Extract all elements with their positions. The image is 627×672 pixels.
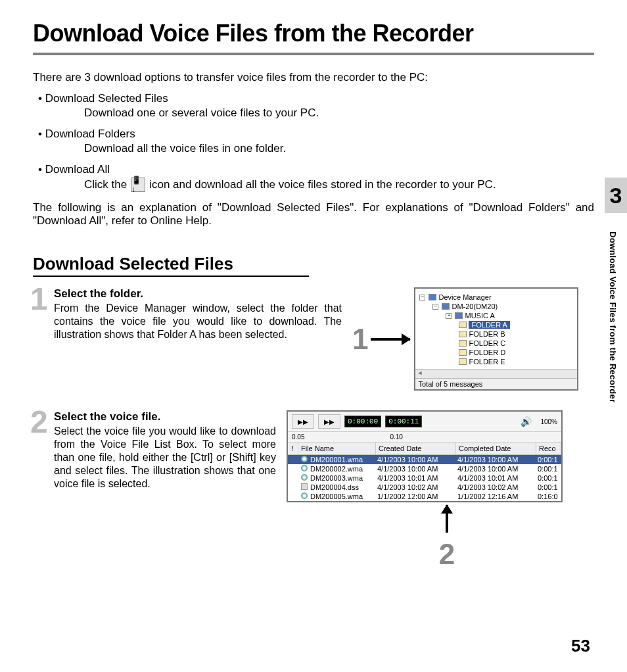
wma-file-icon — [300, 456, 309, 464]
cell-priority — [288, 492, 298, 500]
tree-item-folder-c[interactable]: FOLDER C — [457, 339, 574, 348]
section-title: Download Selected Files — [33, 254, 309, 277]
cell-rectime: 0:00:1 — [538, 483, 561, 491]
speaker-icon[interactable] — [521, 416, 538, 427]
volume-label: 100% — [540, 418, 557, 425]
tree-root[interactable]: − Device Manager — [418, 293, 574, 302]
wma-file-icon — [300, 465, 309, 473]
step-2-body: Select the voice file you would like to … — [54, 425, 276, 491]
folder-icon — [459, 349, 467, 356]
cell-created: 4/1/2003 10:00 AM — [377, 465, 457, 473]
file-list-body: DM200001.wma4/1/2003 10:00 AM4/1/2003 10… — [288, 455, 561, 501]
rewind-button[interactable]: ▶▶ — [292, 414, 314, 429]
option-all: Download All Click the 📱↓ icon and downl… — [38, 163, 594, 192]
cell-filename: DM200004.dss — [310, 483, 377, 491]
tree-device[interactable]: − DM-20(DM20) — [431, 302, 574, 311]
download-all-icon: 📱↓ — [131, 178, 145, 192]
folder-icon — [459, 322, 467, 328]
cell-filename: DM200005.wma — [310, 492, 377, 500]
tree-item-music-a[interactable]: +MUSIC A — [444, 311, 574, 320]
folder-icon — [459, 340, 467, 347]
ruler-tick: 0.05 — [292, 433, 304, 441]
option-head: Download Folders — [38, 128, 594, 141]
time-total-display: 0:00:11 — [385, 416, 422, 427]
wma-file-icon — [300, 492, 309, 500]
download-options-list: Download Selected Files Download one or … — [38, 92, 594, 192]
callout-number-1: 1 — [352, 323, 368, 356]
step-1-body: From the Device Manager window, select t… — [54, 302, 342, 341]
cell-priority — [288, 483, 298, 491]
step-2-text: 2 Select the voice file. Select the voic… — [33, 410, 276, 491]
cell-filename: DM200001.wma — [310, 456, 377, 464]
cell-created: 4/1/2003 10:02 AM — [377, 483, 457, 491]
page-title: Download Voice Files from the Recorder — [33, 20, 594, 47]
player-toolbar: ▶▶ ▶▶ 0:00:00 0:00:11 100% — [288, 412, 561, 432]
step-1-row: 1 Select the folder. From the Device Man… — [33, 287, 594, 391]
wma-file-icon — [300, 474, 309, 482]
music-folder-icon — [455, 312, 463, 319]
step-1-heading: Select the folder. — [54, 287, 342, 300]
ruler-tick: 0.10 — [390, 433, 402, 441]
step-1-text: 1 Select the folder. From the Device Man… — [33, 287, 342, 391]
tree-collapse-icon[interactable]: − — [432, 304, 438, 310]
cell-priority — [288, 456, 298, 464]
cell-completed: 4/1/2003 10:01 AM — [457, 474, 538, 482]
tree-item-folder-a[interactable]: FOLDER A — [457, 320, 574, 329]
option-body-post: icon and download all the voice files st… — [149, 178, 496, 191]
tree-collapse-icon[interactable]: − — [419, 295, 425, 300]
tree-item-label: FOLDER A — [469, 321, 509, 329]
cell-priority — [288, 465, 298, 473]
page-number: 53 — [571, 636, 590, 656]
file-row[interactable]: DM200005.wma1/1/2002 12:00 AM1/1/2002 12… — [288, 492, 561, 501]
cell-rectime: 0:00:1 — [538, 474, 561, 482]
cell-rectime: 0:00:1 — [538, 456, 561, 464]
horizontal-scrollbar[interactable] — [415, 369, 577, 378]
cell-completed: 4/1/2003 10:00 AM — [457, 465, 538, 473]
cell-completed: 4/1/2003 10:02 AM — [457, 483, 538, 491]
tree-item-label: FOLDER B — [469, 330, 505, 338]
tree-item-folder-d[interactable]: FOLDER D — [457, 348, 574, 357]
tree-item-label: FOLDER C — [469, 339, 505, 347]
tree-item-label: FOLDER D — [469, 348, 505, 356]
tree-item-folder-b[interactable]: FOLDER B — [457, 329, 574, 339]
folder-tree: − Device Manager − DM-20(DM20) +MUSIC AF… — [415, 289, 577, 369]
folder-icon — [459, 331, 467, 337]
cell-created: 4/1/2003 10:00 AM — [377, 456, 457, 464]
file-list-header: ! File Name Created Date Completed Date … — [288, 443, 561, 455]
option-body-pre: Click the — [84, 178, 127, 191]
callout-number-2: 2 — [309, 538, 585, 571]
cell-filename: DM200003.wma — [310, 474, 377, 482]
intro-paragraph: There are 3 download options to transfer… — [33, 71, 594, 84]
col-filename[interactable]: File Name — [298, 443, 376, 454]
col-created[interactable]: Created Date — [376, 443, 456, 454]
voice-file-list-screenshot: ▶▶ ▶▶ 0:00:00 0:00:11 100% 0.05 0.10 ! F… — [287, 410, 563, 502]
arrow-right-icon — [371, 338, 410, 341]
step-number-2: 2 — [30, 406, 48, 438]
col-rectime[interactable]: Reco — [536, 443, 561, 454]
col-completed[interactable]: Completed Date — [456, 443, 536, 454]
side-running-head: Download Voice Files from the Recorder — [608, 231, 618, 402]
file-row[interactable]: DM200003.wma4/1/2003 10:01 AM4/1/2003 10… — [288, 473, 561, 483]
forward-button[interactable]: ▶▶ — [318, 414, 340, 429]
file-row[interactable]: DM200002.wma4/1/2003 10:00 AM4/1/2003 10… — [288, 464, 561, 473]
chapter-tab: 3 — [605, 178, 627, 213]
tree-item-folder-e[interactable]: FOLDER E — [457, 357, 574, 366]
tree-expand-icon[interactable]: + — [446, 313, 452, 319]
time-current-display: 0:00:00 — [344, 416, 381, 427]
file-row[interactable]: DM200001.wma4/1/2003 10:00 AM4/1/2003 10… — [288, 455, 561, 464]
tree-item-label: MUSIC A — [465, 312, 494, 320]
cell-created: 4/1/2003 10:01 AM — [377, 474, 457, 482]
callout-2-wrap: 2 — [309, 502, 585, 571]
timeline-ruler[interactable]: 0.05 0.10 — [288, 432, 561, 443]
file-row[interactable]: DM200004.dss4/1/2003 10:02 AM4/1/2003 10… — [288, 483, 561, 492]
col-priority[interactable]: ! — [288, 443, 298, 454]
after-options-paragraph: The following is an explanation of "Down… — [33, 201, 594, 228]
dss-file-icon — [300, 483, 309, 491]
screenshot-2-wrap: ▶▶ ▶▶ 0:00:00 0:00:11 100% 0.05 0.10 ! F… — [287, 410, 563, 502]
option-body: Click the 📱↓ icon and download all the v… — [84, 178, 594, 192]
tree-item-label: FOLDER E — [469, 358, 505, 366]
cell-priority — [288, 474, 298, 482]
option-body: Download one or several voice files to y… — [84, 107, 594, 120]
tree-status-bar: Total of 5 messages — [415, 378, 577, 389]
cell-rectime: 0:00:1 — [538, 465, 561, 473]
